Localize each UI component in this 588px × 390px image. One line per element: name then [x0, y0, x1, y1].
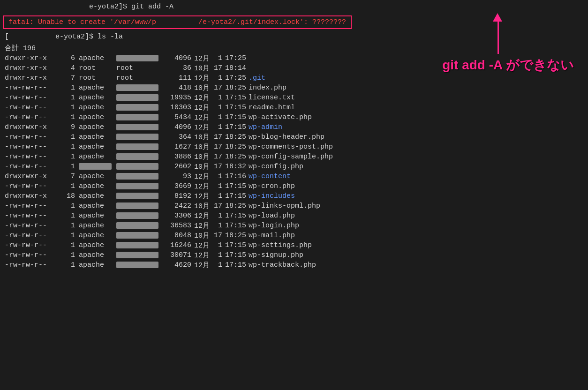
ls-row: drwxrwxr-x 9apache409612月 117:15 wp-admi…: [0, 122, 588, 132]
prompt-line: [ e-yota2]$ ls -la: [0, 31, 588, 43]
ls-row: -rw-rw-r-- 1apache36410月 1718:25 wp-blog…: [0, 132, 588, 142]
ls-row: -rw-rw-r-- 1apache1030312月 117:15 readme…: [0, 103, 588, 112]
ls-row: -rw-rw-r-- 1apache543412月 117:15 wp-acti…: [0, 112, 588, 122]
top-command-line: e-yota2]$ git add -A: [0, 0, 588, 14]
ls-row: -rw-rw-r-- 1apache462012月 117:15 wp-trac…: [0, 260, 588, 270]
ls-row: -rw-rw-r-- 1apache3658312月 117:15 wp-log…: [0, 221, 588, 231]
summary-line: 合計 196: [0, 43, 588, 53]
ls-row: drwxrwxr-x 18apache819212月 117:15 wp-inc…: [0, 191, 588, 201]
ls-row: -rw-rw-r-- 1apache242210月 1718:25 wp-lin…: [0, 201, 588, 211]
ls-row: drwxrwxr-x 7apache9312月 117:16 wp-conten…: [0, 172, 588, 181]
ls-row: -rw-rw-r-- 1260210月 1718:32 wp-config.ph…: [0, 162, 588, 172]
ls-row: -rw-rw-r-- 1apache3007112月 117:15 wp-sig…: [0, 250, 588, 260]
error-line: fatal: Unable to create '/var/www/p /e-y…: [3, 15, 352, 29]
ls-row: -rw-rw-r-- 1apache1624612月 117:15 wp-set…: [0, 240, 588, 250]
ls-row: -rw-rw-r-- 1apache388610月 1718:25 wp-con…: [0, 152, 588, 162]
arrow-line: [498, 16, 499, 54]
ls-row: drwxr-xr-x 7rootroot11112月 117:25 .git: [0, 73, 588, 83]
arrow-head: [493, 13, 502, 22]
ls-output: drwxr-xr-x 6apache409612月 117:25 drwxr-x…: [0, 53, 588, 270]
ls-row: -rw-rw-r-- 1apache366912月 117:15 wp-cron…: [0, 181, 588, 191]
annotation-text: git add -A ができない: [442, 56, 574, 74]
ls-row: -rw-rw-r-- 1apache330612月 117:15 wp-load…: [0, 211, 588, 221]
ls-row: -rw-rw-r-- 1apache41810月 1718:25 index.p…: [0, 83, 588, 93]
ls-row: -rw-rw-r-- 1apache1993512月 117:15 licens…: [0, 93, 588, 103]
ls-row: -rw-rw-r-- 1apache162710月 1718:25 wp-com…: [0, 142, 588, 152]
ls-row: -rw-rw-r-- 1apache804810月 1718:25 wp-mai…: [0, 231, 588, 240]
terminal: e-yota2]$ git add -A fatal: Unable to cr…: [0, 0, 588, 390]
